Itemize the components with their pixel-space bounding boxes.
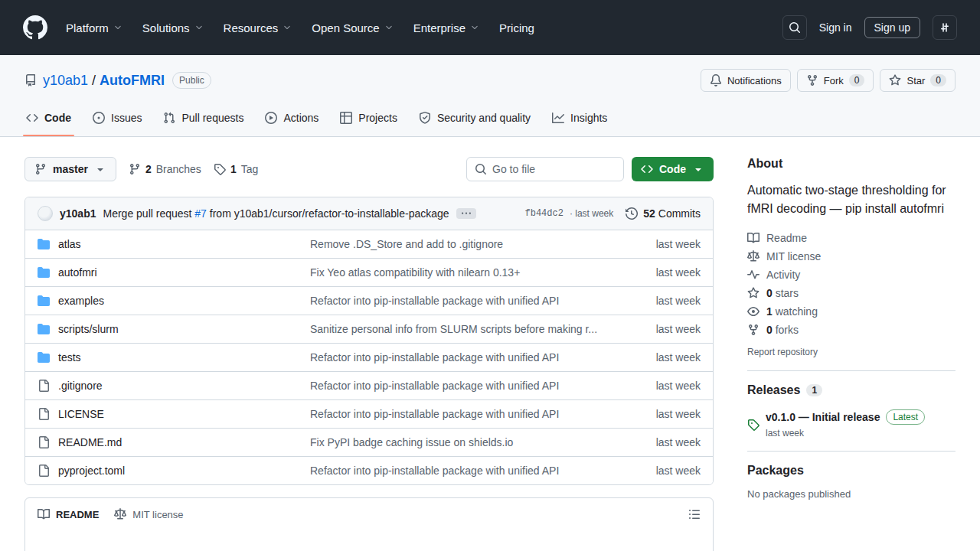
appearance-settings-button[interactable] bbox=[933, 15, 957, 40]
graph-icon bbox=[552, 112, 564, 124]
chevron-down-icon bbox=[94, 163, 106, 175]
play-icon bbox=[265, 112, 277, 124]
commit-message-link[interactable]: Refactor into pip-installable package wi… bbox=[310, 351, 616, 364]
commit-message-link[interactable]: Sanitize personal info from SLURM script… bbox=[310, 323, 616, 335]
notifications-button[interactable]: Notifications bbox=[701, 69, 791, 92]
eye-icon bbox=[747, 305, 760, 318]
tab-issues[interactable]: Issues bbox=[85, 99, 149, 136]
file-name-link[interactable]: tests bbox=[58, 351, 81, 364]
file-row: pyproject.tomlRefactor into pip-installa… bbox=[25, 456, 713, 484]
about-item-mit-license[interactable]: MIT license bbox=[747, 247, 956, 266]
star-button[interactable]: Star 0 bbox=[880, 69, 956, 92]
license-tab[interactable]: MIT license bbox=[114, 508, 183, 520]
nav-item-open-source[interactable]: Open Source bbox=[312, 21, 393, 34]
visibility-badge: Public bbox=[172, 72, 211, 89]
header-right: Sign in Sign up bbox=[782, 15, 957, 40]
file-icon bbox=[38, 408, 50, 420]
search-button[interactable] bbox=[782, 15, 807, 40]
file-name-link[interactable]: autofmri bbox=[58, 266, 97, 279]
tags-link[interactable]: 1 Tag bbox=[214, 163, 258, 175]
commit-message-link[interactable]: Refactor into pip-installable package wi… bbox=[310, 408, 616, 420]
folder-icon bbox=[38, 266, 50, 279]
file-updated-time: last week bbox=[616, 295, 701, 307]
table-icon bbox=[340, 112, 352, 124]
packages-section: Packages No packages published bbox=[747, 451, 956, 512]
commit-message[interactable]: Merge pull request #7 from y10ab1/cursor… bbox=[103, 207, 449, 220]
file-name-link[interactable]: atlas bbox=[58, 238, 81, 250]
avatar[interactable] bbox=[38, 206, 53, 221]
tab-projects[interactable]: Projects bbox=[332, 99, 405, 136]
repo-actions: Notifications Fork 0 Star 0 bbox=[701, 69, 956, 92]
commit-message-link[interactable]: Refactor into pip-installable package wi… bbox=[310, 295, 616, 307]
nav-item-enterprise[interactable]: Enterprise bbox=[413, 21, 479, 34]
commit-message-link[interactable]: Remove .DS_Store and add to .gitignore bbox=[310, 238, 616, 250]
outline-button[interactable] bbox=[688, 508, 701, 520]
search-icon bbox=[475, 163, 487, 175]
file-row: LICENSERefactor into pip-installable pac… bbox=[25, 399, 713, 428]
fork-button[interactable]: Fork 0 bbox=[797, 69, 874, 92]
sign-up-button[interactable]: Sign up bbox=[864, 17, 920, 38]
book-icon bbox=[747, 232, 760, 244]
sliders-icon bbox=[939, 21, 951, 34]
chevron-down-icon bbox=[194, 23, 204, 32]
file-row: examplesRefactor into pip-installable pa… bbox=[25, 286, 713, 315]
file-name-link[interactable]: scripts/slurm bbox=[58, 323, 119, 335]
github-logo[interactable] bbox=[23, 15, 47, 40]
branch-selector[interactable]: master bbox=[24, 157, 116, 181]
file-name-link[interactable]: .gitignore bbox=[58, 380, 103, 392]
about-item-readme[interactable]: Readme bbox=[747, 229, 956, 247]
github-mark-icon bbox=[23, 15, 47, 40]
file-name-link[interactable]: pyproject.toml bbox=[58, 465, 125, 477]
commit-sha-link[interactable]: fb44dc2 bbox=[525, 208, 564, 219]
nav-item-resources[interactable]: Resources bbox=[224, 21, 292, 34]
about-item-forks[interactable]: 0 forks bbox=[747, 321, 956, 339]
pr-link[interactable]: #7 bbox=[194, 207, 207, 220]
release-item[interactable]: v0.1.0 — Initial release Latest last wee… bbox=[747, 409, 956, 439]
commit-message-link[interactable]: Fix Yeo atlas compatibility with nilearn… bbox=[310, 266, 616, 279]
about-item-stars[interactable]: 0 stars bbox=[747, 284, 956, 302]
commit-author-link[interactable]: y10ab1 bbox=[60, 207, 96, 220]
repo-owner-link[interactable]: y10ab1 bbox=[43, 73, 88, 89]
commit-message-link[interactable]: Refactor into pip-installable package wi… bbox=[310, 380, 616, 392]
tab-actions[interactable]: Actions bbox=[257, 99, 326, 136]
about-item-activity[interactable]: Activity bbox=[747, 266, 956, 284]
tab-label: Security and quality bbox=[437, 112, 531, 124]
commit-message-link[interactable]: Refactor into pip-installable package wi… bbox=[310, 465, 616, 477]
code-dropdown-button[interactable]: Code bbox=[632, 157, 714, 181]
nav-item-platform[interactable]: Platform bbox=[66, 21, 122, 34]
release-time: last week bbox=[766, 428, 925, 439]
release-title-link[interactable]: v0.1.0 — Initial release bbox=[766, 411, 880, 423]
file-row: .gitignoreRefactor into pip-installable … bbox=[25, 371, 713, 399]
commit-history-link[interactable]: 52 Commits bbox=[626, 207, 701, 220]
file-name-link[interactable]: README.md bbox=[58, 436, 122, 448]
tab-insights[interactable]: Insights bbox=[544, 99, 615, 136]
commit-ellipsis-button[interactable] bbox=[456, 208, 476, 219]
go-to-file-box bbox=[466, 157, 624, 181]
repo-name-link[interactable]: AutoFMRI bbox=[100, 73, 165, 89]
chevron-down-icon bbox=[692, 163, 704, 175]
tab-pull-requests[interactable]: Pull requests bbox=[155, 99, 251, 136]
file-row: scripts/slurmSanitize personal info from… bbox=[25, 315, 713, 343]
nav-item-label: Pricing bbox=[499, 21, 534, 34]
sign-in-link[interactable]: Sign in bbox=[819, 21, 852, 34]
tab-code[interactable]: Code bbox=[18, 99, 79, 136]
file-name-link[interactable]: examples bbox=[58, 295, 104, 307]
go-to-file-input[interactable] bbox=[492, 163, 616, 175]
readme-tab[interactable]: README bbox=[38, 508, 99, 520]
code-icon bbox=[641, 163, 653, 175]
fork-icon bbox=[806, 74, 818, 86]
nav-item-solutions[interactable]: Solutions bbox=[142, 21, 204, 34]
about-item-label: MIT license bbox=[766, 250, 821, 262]
file-icon bbox=[38, 380, 50, 392]
nav-item-pricing[interactable]: Pricing bbox=[499, 21, 534, 34]
branches-link[interactable]: 2 Branches bbox=[129, 163, 201, 175]
bell-icon bbox=[710, 74, 722, 86]
tab-security-and-quality[interactable]: Security and quality bbox=[411, 99, 538, 136]
about-item-watching[interactable]: 1 watching bbox=[747, 302, 956, 321]
commit-message-link[interactable]: Fix PyPI badge caching issue on shields.… bbox=[310, 436, 616, 448]
file-list: atlasRemove .DS_Store and add to .gitign… bbox=[25, 230, 713, 484]
file-name-link[interactable]: LICENSE bbox=[58, 408, 104, 420]
releases-title-link[interactable]: Releases bbox=[747, 383, 800, 397]
file-row: atlasRemove .DS_Store and add to .gitign… bbox=[25, 230, 713, 258]
report-repository-link[interactable]: Report repository bbox=[747, 347, 818, 357]
